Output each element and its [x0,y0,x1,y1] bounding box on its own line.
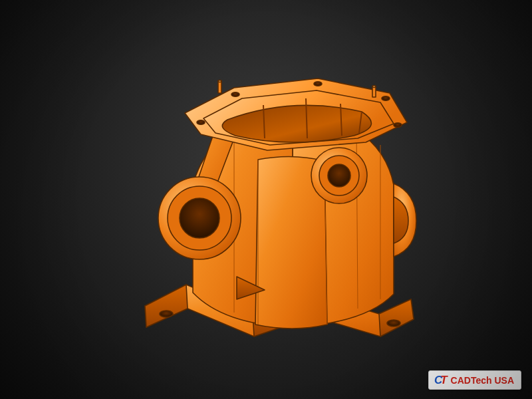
brand-mark-letter-2: T [440,374,446,386]
brand-name: CADTech USA [451,376,514,385]
svg-point-6 [180,198,219,238]
top-hole-5 [394,123,402,127]
boss-left [158,177,241,259]
top-hole-2 [231,92,239,96]
svg-point-9 [328,164,350,187]
top-pin-left [218,80,221,93]
model-3d[interactable] [93,27,439,372]
svg-point-3 [372,86,376,88]
top-hole-4 [382,96,390,100]
brand-badge: C T CADTech USA [428,370,521,390]
svg-point-1 [218,80,221,82]
top-hole-1 [197,120,205,124]
top-hole-3 [314,82,322,86]
cad-3d-viewport[interactable]: C T CADTech USA [0,0,532,399]
brand-mark-icon: C T [434,374,447,386]
model-svg [93,27,439,372]
boss-front [311,148,367,203]
base-hole-right [387,320,400,327]
svg-rect-2 [372,86,376,97]
boss-right [394,184,416,257]
svg-rect-0 [218,81,221,93]
base-hole-left [160,311,173,317]
top-pin-right [372,86,376,97]
